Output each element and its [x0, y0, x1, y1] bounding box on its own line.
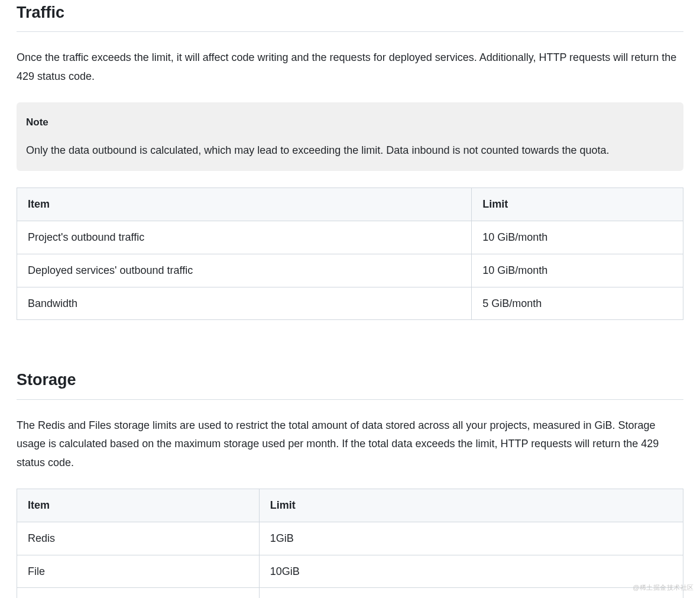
storage-table: Item Limit Redis 1GiB File 10GiB Request…	[17, 489, 683, 598]
traffic-intro: Once the traffic exceeds the limit, it w…	[17, 49, 683, 86]
watermark: @稀土掘金技术社区	[633, 583, 694, 593]
table-cell-item: Deployed services' outbound traffic	[17, 254, 472, 287]
table-header-item: Item	[17, 489, 260, 522]
traffic-note: Note Only the data outbound is calculate…	[17, 102, 683, 171]
table-cell-limit: 10 GiB/month	[472, 221, 683, 254]
table-row: Request Redis size Each request should n…	[17, 588, 683, 598]
table-cell-limit: 10GiB	[259, 555, 683, 588]
table-cell-item: Request Redis size	[17, 588, 260, 598]
note-body: Only the data outbound is calculated, wh…	[26, 142, 674, 159]
table-cell-item: Project's outbound traffic	[17, 221, 472, 254]
traffic-table: Item Limit Project's outbound traffic 10…	[17, 188, 683, 320]
table-cell-limit: Each request should not exceed 15K.	[259, 588, 683, 598]
table-header-limit: Limit	[259, 489, 683, 522]
traffic-heading: Traffic	[17, 0, 683, 32]
table-row: Redis 1GiB	[17, 522, 683, 555]
table-cell-item: File	[17, 555, 260, 588]
table-header-limit: Limit	[472, 188, 683, 221]
storage-section: Storage The Redis and Files storage limi…	[17, 367, 683, 598]
table-row: Bandwidth 5 GiB/month	[17, 287, 683, 320]
table-cell-item: Redis	[17, 522, 260, 555]
traffic-section: Traffic Once the traffic exceeds the lim…	[17, 0, 683, 320]
table-header-item: Item	[17, 188, 472, 221]
table-header-row: Item Limit	[17, 489, 683, 522]
table-cell-limit: 5 GiB/month	[472, 287, 683, 320]
table-row: File 10GiB	[17, 555, 683, 588]
table-cell-limit: 10 GiB/month	[472, 254, 683, 287]
note-label: Note	[26, 114, 674, 130]
table-cell-item: Bandwidth	[17, 287, 472, 320]
table-row: Project's outbound traffic 10 GiB/month	[17, 221, 683, 254]
storage-intro: The Redis and Files storage limits are u…	[17, 416, 683, 473]
table-cell-limit: 1GiB	[259, 522, 683, 555]
storage-heading: Storage	[17, 367, 683, 399]
table-row: Deployed services' outbound traffic 10 G…	[17, 254, 683, 287]
table-header-row: Item Limit	[17, 188, 683, 221]
